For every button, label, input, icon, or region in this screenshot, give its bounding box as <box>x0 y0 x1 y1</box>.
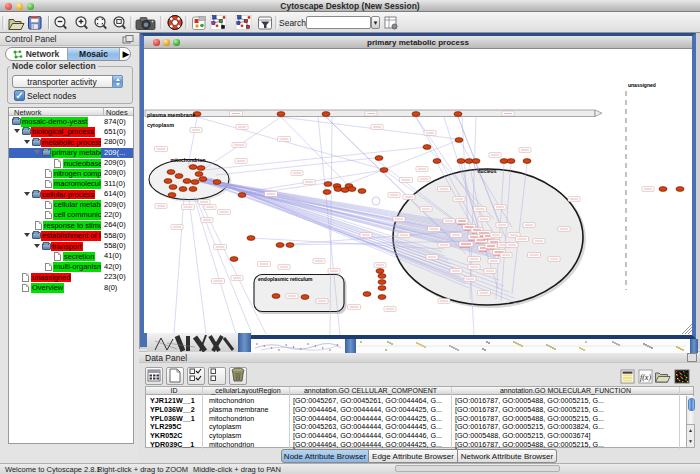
svg-text:f(x): f(x) <box>640 373 651 382</box>
svg-text:mitochondrion: mitochondrion <box>171 157 206 163</box>
svg-text:endoplasmic reticulum: endoplasmic reticulum <box>258 276 313 282</box>
svg-text:unassigned: unassigned <box>628 82 656 88</box>
svg-text:nucleus: nucleus <box>478 168 497 174</box>
svg-text:cytoplasm: cytoplasm <box>147 122 174 128</box>
svg-text:plasma membrane: plasma membrane <box>147 112 195 118</box>
